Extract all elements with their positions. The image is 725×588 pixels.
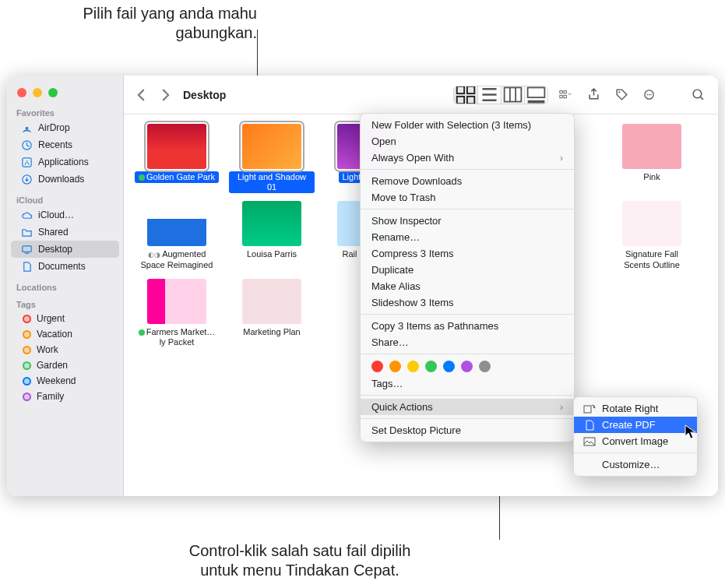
file-item[interactable]: Pink: [607, 124, 697, 193]
sidebar-item-applications[interactable]: AApplications: [11, 153, 119, 171]
menu-separator: [361, 314, 574, 315]
tag-color-button[interactable]: [407, 361, 419, 372]
file-thumbnail: [622, 201, 681, 246]
close-button[interactable]: [17, 88, 26, 97]
file-item[interactable]: Louisa Parris: [227, 201, 317, 270]
file-item[interactable]: Signature Fall Scents Outline: [607, 201, 697, 270]
sidebar-item-icloud-[interactable]: iCloud…: [11, 206, 119, 224]
search-button[interactable]: [687, 86, 709, 104]
tag-color-button[interactable]: [443, 361, 455, 372]
svg-point-20: [650, 94, 652, 96]
context-menu-item[interactable]: Always Open With›: [361, 150, 574, 166]
sidebar-item-documents[interactable]: Documents: [11, 258, 119, 275]
view-switcher: [453, 86, 548, 104]
sidebar-item-airdrop[interactable]: AirDrop: [11, 119, 119, 136]
sidebar-tag-family[interactable]: Family: [11, 389, 119, 404]
sidebar-item-label: Work: [37, 344, 58, 355]
context-menu-item[interactable]: Copy 3 Items as Pathnames: [361, 318, 574, 334]
airdrop-icon: [20, 121, 33, 134]
sidebar-tag-vacation[interactable]: Vacation: [11, 326, 119, 342]
share-button[interactable]: [582, 86, 604, 104]
context-menu-item[interactable]: Move to Trash: [361, 189, 574, 206]
file-item[interactable]: Marketing Plan: [227, 279, 317, 348]
view-icon-button[interactable]: [454, 86, 477, 104]
file-item[interactable]: Golden Gate Park: [132, 124, 222, 193]
tag-color-button[interactable]: [425, 361, 437, 372]
context-menu-item[interactable]: Remove Downloads: [361, 173, 574, 189]
sidebar-section-tags: Tags: [7, 297, 123, 311]
file-item[interactable]: ◐◑ Augmented Space Reimagined: [132, 201, 222, 270]
folder-icon: [20, 226, 33, 238]
svg-rect-6: [457, 86, 464, 93]
sidebar-item-downloads[interactable]: Downloads: [11, 171, 119, 188]
svg-point-18: [646, 94, 648, 96]
sidebar-tag-work[interactable]: Work: [11, 342, 119, 357]
more-button[interactable]: [639, 86, 660, 104]
main-area: Desktop Golden Gate ParkLight and Shadow…: [124, 76, 718, 496]
submenu-rotate-right[interactable]: Rotate Right: [574, 400, 697, 417]
tag-colors-row: [361, 357, 574, 375]
submenu-create-pdf[interactable]: Create PDF: [574, 417, 697, 433]
context-menu-item[interactable]: Slideshow 3 Items: [361, 294, 574, 311]
svg-rect-14: [559, 95, 561, 97]
context-menu-item[interactable]: Tags…: [361, 375, 574, 392]
context-menu-item[interactable]: Duplicate: [361, 262, 574, 278]
desktop-icon: [20, 243, 33, 255]
context-menu-item[interactable]: Rename…: [361, 229, 574, 245]
sidebar-tag-garden[interactable]: Garden: [11, 357, 119, 373]
sidebar-item-shared[interactable]: Shared: [11, 224, 119, 241]
file-thumbnail: [242, 124, 301, 169]
download-icon: [20, 173, 33, 185]
window-controls: [7, 82, 123, 105]
menu-separator: [361, 169, 574, 170]
context-menu-item[interactable]: Make Alias: [361, 278, 574, 294]
menu-label: Set Desktop Picture: [371, 424, 461, 436]
file-name: Marketing Plan: [239, 326, 304, 338]
callout-text: Pilih fail yang anda mahu gabungkan.: [83, 5, 257, 41]
file-name: Pink: [639, 171, 663, 183]
file-item[interactable]: Farmers Market…ly Packet: [132, 279, 222, 348]
context-menu-item[interactable]: Show Inspector: [361, 213, 574, 229]
menu-label: Show Inspector: [371, 215, 442, 227]
sidebar-tag-weekend[interactable]: Weekend: [11, 373, 119, 389]
context-menu-item[interactable]: Open: [361, 133, 574, 150]
file-thumbnail: [147, 124, 206, 169]
sidebar-item-label: Garden: [37, 360, 68, 371]
quick-actions-submenu: Rotate Right Create PDF Convert Image Cu…: [573, 396, 698, 477]
context-menu-item[interactable]: Compress 3 Items: [361, 245, 574, 262]
zoom-button[interactable]: [48, 88, 58, 97]
context-menu-item[interactable]: New Folder with Selection (3 Items): [361, 117, 574, 133]
view-column-button[interactable]: [501, 86, 524, 104]
tag-color-button[interactable]: [461, 361, 473, 372]
back-button[interactable]: [133, 86, 150, 104]
sidebar-item-label: AirDrop: [38, 122, 70, 133]
svg-point-16: [618, 91, 620, 93]
file-thumbnail: [242, 201, 301, 246]
chevron-right-icon: ›: [560, 153, 563, 164]
menu-label: Make Alias: [371, 280, 421, 292]
forward-button[interactable]: [157, 86, 174, 104]
context-menu-item[interactable]: Share…: [361, 334, 574, 350]
document-icon: [583, 420, 596, 431]
file-grid[interactable]: Golden Gate ParkLight and Shadow 01Light…: [124, 114, 718, 496]
context-menu-item[interactable]: Set Desktop Picture: [361, 422, 574, 438]
tags-button[interactable]: [611, 86, 632, 104]
sidebar-tag-urgent[interactable]: Urgent: [11, 311, 119, 326]
tag-color-button[interactable]: [371, 361, 383, 372]
group-by-button[interactable]: [554, 86, 576, 104]
context-menu-item[interactable]: Quick Actions›: [361, 399, 574, 415]
sidebar-item-desktop[interactable]: Desktop: [11, 241, 119, 258]
view-gallery-button[interactable]: [524, 86, 547, 104]
menu-label: Quick Actions: [371, 401, 433, 413]
svg-text:A: A: [24, 159, 30, 167]
svg-rect-12: [559, 90, 561, 93]
tag-color-button[interactable]: [389, 361, 401, 372]
submenu-customize[interactable]: Customize…: [574, 456, 697, 473]
minimize-button[interactable]: [33, 88, 42, 97]
view-list-button[interactable]: [477, 86, 501, 104]
sidebar-item-recents[interactable]: Recents: [11, 136, 119, 153]
file-item[interactable]: Light and Shadow 01: [227, 124, 317, 193]
tag-color-button[interactable]: [479, 361, 491, 372]
submenu-convert-image[interactable]: Convert Image: [574, 433, 697, 449]
svg-point-21: [693, 90, 702, 98]
